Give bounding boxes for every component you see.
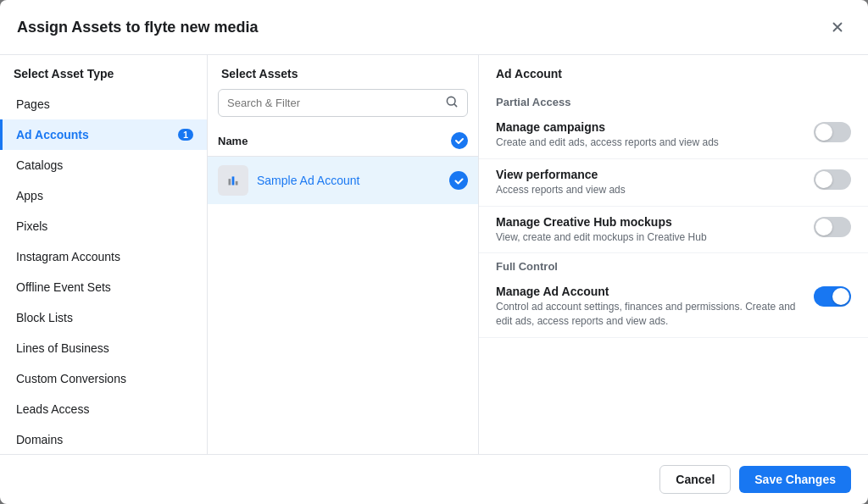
sidebar-item-label: Ad Accounts — [16, 128, 89, 141]
svg-rect-2 — [229, 179, 231, 185]
sidebar-item-label: Apps — [16, 189, 43, 202]
toggle-thumb — [832, 288, 849, 305]
sidebar-item-catalogs[interactable]: Catalogs — [0, 150, 207, 180]
sidebar-item-lines-of-business[interactable]: Lines of Business — [0, 333, 207, 363]
asset-icon — [218, 165, 248, 196]
modal-body: Select Asset Type PagesAd Accounts1Catal… — [0, 55, 868, 454]
permission-info: Manage Creative Hub mockups View, create… — [496, 215, 804, 245]
modal-overlay[interactable]: Assign Assets to flyte new media Select … — [0, 0, 868, 504]
permission-description: Access reports and view ads — [496, 183, 804, 197]
search-input[interactable] — [227, 97, 445, 109]
badge-count: 1 — [178, 129, 193, 141]
sidebar-item-domains[interactable]: Domains — [0, 424, 207, 454]
assets-name-column: Name — [218, 135, 451, 147]
search-bar — [218, 89, 468, 117]
permission-toggle-view-performance[interactable] — [814, 169, 851, 190]
sidebar-item-label: Leads Access — [16, 402, 89, 416]
svg-rect-3 — [232, 176, 235, 185]
sidebar-item-block-lists[interactable]: Block Lists — [0, 302, 207, 333]
toggle-thumb — [815, 171, 832, 188]
assets-table-header: Name — [208, 125, 478, 157]
permission-info: Manage Ad Account Control ad account set… — [496, 285, 804, 329]
search-icon — [445, 95, 459, 111]
permission-section-label: Partial Access — [479, 89, 868, 112]
sidebar-item-label: Pages — [16, 97, 50, 111]
assign-assets-modal: Assign Assets to flyte new media Select … — [0, 0, 868, 504]
permission-row-manage-campaigns: Manage campaigns Create and edit ads, ac… — [479, 112, 868, 159]
permission-name: View performance — [496, 168, 804, 181]
permission-description: Create and edit ads, access reports and … — [496, 136, 804, 150]
select-assets-panel: Select Assets Name — [208, 55, 479, 454]
sidebar-item-ad-accounts[interactable]: Ad Accounts1 — [0, 119, 207, 150]
permission-row-manage-creative-hub: Manage Creative Hub mockups View, create… — [479, 207, 868, 254]
select-all-checkbox[interactable] — [451, 132, 468, 149]
toggle-thumb — [815, 219, 832, 235]
permission-name: Manage Creative Hub mockups — [496, 215, 804, 229]
modal-title: Assign Assets to flyte new media — [17, 19, 258, 36]
permission-toggle-manage-creative-hub[interactable] — [814, 217, 851, 237]
permission-info: Manage campaigns Create and edit ads, ac… — [496, 120, 804, 150]
asset-type-panel: Select Asset Type PagesAd Accounts1Catal… — [0, 55, 208, 454]
sidebar-item-label: Domains — [16, 433, 63, 446]
close-button[interactable] — [824, 14, 851, 41]
cancel-button[interactable]: Cancel — [659, 465, 731, 494]
sidebar-item-label: Lines of Business — [16, 341, 109, 355]
close-icon — [830, 19, 845, 35]
sidebar-item-label: Catalogs — [16, 158, 63, 172]
asset-selected-check — [449, 171, 468, 190]
permission-section-label: Full Control — [479, 253, 868, 276]
sidebar-item-leads-access[interactable]: Leads Access — [0, 394, 207, 424]
sidebar-item-label: Block Lists — [16, 311, 73, 324]
toggle-thumb — [815, 124, 832, 141]
modal-header: Assign Assets to flyte new media — [0, 0, 868, 55]
permission-description: Control ad account settings, finances an… — [496, 300, 804, 329]
permissions-header: Ad Account — [479, 55, 868, 89]
permission-toggle-manage-campaigns[interactable] — [814, 122, 851, 142]
asset-row[interactable]: Sample Ad Account — [208, 157, 478, 204]
permission-name: Manage campaigns — [496, 120, 804, 134]
sidebar-item-pages[interactable]: Pages — [0, 89, 207, 119]
permission-info: View performance Access reports and view… — [496, 168, 804, 197]
sidebar-item-label: Pixels — [16, 219, 47, 233]
modal-footer: Cancel Save Changes — [0, 454, 868, 504]
asset-name: Sample Ad Account — [257, 174, 441, 187]
svg-rect-4 — [236, 181, 238, 186]
permission-row-manage-ad-account: Manage Ad Account Control ad account set… — [479, 276, 868, 338]
save-button[interactable]: Save Changes — [739, 466, 851, 493]
permission-toggle-manage-ad-account[interactable] — [814, 286, 851, 307]
select-assets-header: Select Assets — [208, 55, 478, 89]
sidebar-item-pixels[interactable]: Pixels — [0, 211, 207, 241]
sidebar-item-instagram-accounts[interactable]: Instagram Accounts — [0, 241, 207, 272]
sidebar-item-offline-event-sets[interactable]: Offline Event Sets — [0, 272, 207, 302]
asset-type-header: Select Asset Type — [0, 55, 207, 89]
sidebar-item-custom-conversions[interactable]: Custom Conversions — [0, 363, 207, 394]
permission-row-view-performance: View performance Access reports and view… — [479, 159, 868, 207]
permission-description: View, create and edit mockups in Creativ… — [496, 230, 804, 245]
sidebar-item-label: Custom Conversions — [16, 372, 126, 385]
permissions-panel: Ad Account Partial Access Manage campaig… — [479, 55, 868, 454]
permission-name: Manage Ad Account — [496, 285, 804, 298]
sidebar-item-apps[interactable]: Apps — [0, 180, 207, 211]
sidebar-item-label: Offline Event Sets — [16, 280, 111, 294]
sidebar-item-label: Instagram Accounts — [16, 250, 120, 263]
